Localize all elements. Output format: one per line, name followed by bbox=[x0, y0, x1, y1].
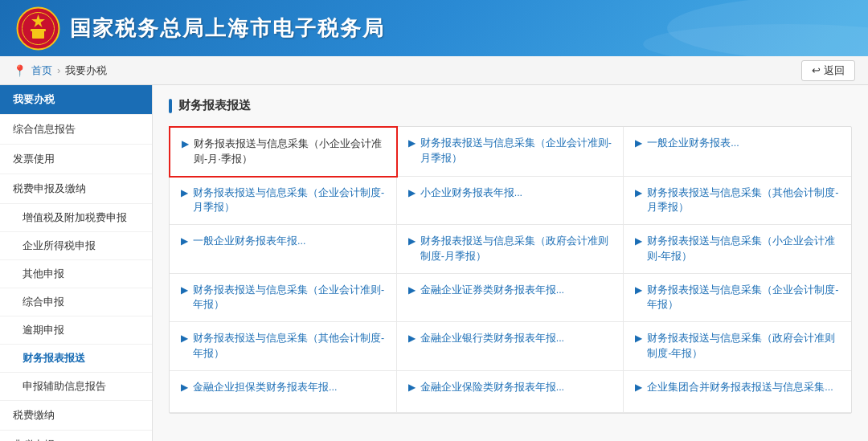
sidebar-item-woyaobansui[interactable]: 我要办税 bbox=[0, 85, 152, 115]
back-icon: ↩ bbox=[812, 64, 821, 76]
grid-item-12[interactable]: ▶ 财务报表报送与信息采集（企业会计制度-年报） bbox=[624, 274, 851, 323]
sidebar-label: 我要办税 bbox=[13, 93, 55, 105]
sidebar-item-qita[interactable]: 其他申报 bbox=[0, 260, 152, 288]
items-grid: ▶ 财务报表报送与信息采集（小企业会计准则-月·季报） ▶ 财务报表报送与信息采… bbox=[169, 126, 852, 414]
bullet-icon: ▶ bbox=[181, 187, 188, 198]
sidebar-item-feishui[interactable]: 非税申报 bbox=[0, 431, 152, 441]
sidebar-label: 综合申报 bbox=[23, 296, 64, 308]
grid-item-9[interactable]: ▶ 财务报表报送与信息采集（小企业会计准则-年报） bbox=[624, 225, 851, 274]
svg-rect-3 bbox=[32, 31, 44, 39]
bullet-icon: ▶ bbox=[182, 138, 189, 149]
national-emblem-icon bbox=[16, 6, 60, 51]
grid-item-text: 财务报表报送与信息采集（其他会计制度-年报） bbox=[193, 331, 385, 361]
sidebar-label: 企业所得税申报 bbox=[23, 239, 96, 251]
bullet-icon: ▶ bbox=[408, 382, 416, 393]
breadcrumb-current: 我要办税 bbox=[65, 63, 107, 78]
sidebar-item-guoqi[interactable]: 逾期申报 bbox=[0, 316, 152, 345]
bullet-icon: ▶ bbox=[181, 382, 188, 393]
grid-item-text: 一般企业财务报表... bbox=[647, 136, 739, 151]
grid-item-10[interactable]: ▶ 财务报表报送与信息采集（企业会计准则-年报） bbox=[170, 274, 397, 323]
grid-item-16[interactable]: ▶ 金融企业担保类财务报表年报... bbox=[170, 371, 397, 413]
grid-item-3[interactable]: ▶ 一般企业财务报表... bbox=[624, 127, 851, 177]
bullet-icon: ▶ bbox=[635, 137, 642, 149]
grid-item-text: 金融企业证券类财务报表年报... bbox=[420, 283, 564, 298]
grid-item-text: 财务报表报送与信息采集（政府会计准则制度-月季报） bbox=[420, 234, 612, 264]
header-decoration bbox=[547, 0, 868, 56]
bullet-icon: ▶ bbox=[635, 235, 642, 247]
main-container: 我要办税 综合信息报告 发票使用 税费申报及缴纳 增值税及附加税费申报 企业所得… bbox=[0, 85, 868, 441]
grid-item-text: 财务报表报送与信息采集（小企业会计准则-年报） bbox=[647, 234, 840, 264]
content-area: 财务报表报送 ▶ 财务报表报送与信息采集（小企业会计准则-月·季报） ▶ 财务报… bbox=[153, 85, 868, 441]
sidebar-label: 财务报表报送 bbox=[23, 352, 85, 364]
bullet-icon: ▶ bbox=[181, 235, 188, 247]
grid-item-text: 财务报表报送与信息采集（小企业会计准则-月·季报） bbox=[194, 137, 385, 167]
sidebar-item-zengjia[interactable]: 增值税及附加税费申报 bbox=[0, 204, 152, 232]
title-bar-decoration bbox=[169, 99, 172, 113]
breadcrumb: 📍 首页 › 我要办税 bbox=[13, 63, 107, 78]
grid-item-11[interactable]: ▶ 金融企业证券类财务报表年报... bbox=[397, 274, 624, 323]
bullet-icon: ▶ bbox=[181, 333, 188, 344]
sidebar-item-zhonghexinxi[interactable]: 综合信息报告 bbox=[0, 115, 152, 145]
breadcrumb-separator: › bbox=[57, 64, 60, 76]
grid-item-text: 财务报表报送与信息采集（企业会计制度-年报） bbox=[647, 283, 840, 313]
content-title-text: 财务报表报送 bbox=[178, 98, 251, 113]
content-title: 财务报表报送 bbox=[169, 98, 852, 113]
sidebar-label: 其他申报 bbox=[23, 267, 64, 280]
bullet-icon: ▶ bbox=[635, 333, 642, 344]
sidebar-item-shuifeijiaona[interactable]: 税费缴纳 bbox=[0, 401, 152, 431]
bullet-icon: ▶ bbox=[181, 284, 188, 296]
grid-item-4[interactable]: ▶ 财务报表报送与信息采集（企业会计制度-月季报） bbox=[170, 177, 397, 226]
grid-item-text: 财务报表报送与信息采集（政府会计准则制度-年报） bbox=[647, 331, 840, 361]
grid-item-text: 金融企业银行类财务报表年报... bbox=[420, 331, 564, 346]
bullet-icon: ▶ bbox=[635, 187, 642, 198]
grid-item-15[interactable]: ▶ 财务报表报送与信息采集（政府会计准则制度-年报） bbox=[624, 322, 851, 371]
bullet-icon: ▶ bbox=[408, 187, 416, 198]
bullet-icon: ▶ bbox=[408, 137, 416, 149]
sidebar-label: 税费申报及缴纳 bbox=[13, 182, 86, 194]
grid-item-text: 小企业财务报表年报... bbox=[420, 186, 522, 201]
location-icon: 📍 bbox=[13, 64, 27, 77]
grid-item-text: 财务报表报送与信息采集（其他会计制度-月季报） bbox=[647, 186, 840, 216]
back-label: 返回 bbox=[824, 63, 845, 78]
bullet-icon: ▶ bbox=[635, 284, 642, 296]
grid-item-5[interactable]: ▶ 小企业财务报表年报... bbox=[397, 177, 624, 226]
svg-rect-4 bbox=[31, 29, 46, 31]
sidebar: 我要办税 综合信息报告 发票使用 税费申报及缴纳 增值税及附加税费申报 企业所得… bbox=[0, 85, 153, 441]
sidebar-label: 综合信息报告 bbox=[13, 123, 76, 135]
sidebar-item-fashuiyongyong[interactable]: 发票使用 bbox=[0, 145, 152, 174]
sidebar-item-shenbaofuzhu[interactable]: 申报辅助信息报告 bbox=[0, 373, 152, 401]
grid-item-6[interactable]: ▶ 财务报表报送与信息采集（其他会计制度-月季报） bbox=[624, 177, 851, 226]
navbar: 📍 首页 › 我要办税 ↩ 返回 bbox=[0, 56, 868, 85]
back-button[interactable]: ↩ 返回 bbox=[801, 60, 855, 81]
grid-item-text: 财务报表报送与信息采集（企业会计准则-月季报） bbox=[420, 136, 612, 166]
grid-item-1[interactable]: ▶ 财务报表报送与信息采集（小企业会计准则-月·季报） bbox=[169, 126, 398, 178]
grid-item-14[interactable]: ▶ 金融企业银行类财务报表年报... bbox=[397, 322, 624, 371]
sidebar-label: 增值税及附加税费申报 bbox=[23, 211, 127, 223]
grid-item-17[interactable]: ▶ 金融企业保险类财务报表年报... bbox=[397, 371, 624, 413]
header-title: 国家税务总局上海市电子税务局 bbox=[70, 14, 385, 43]
grid-item-18[interactable]: ▶ 企业集团合并财务报表报送与信息采集... bbox=[624, 371, 851, 413]
sidebar-item-qiye[interactable]: 企业所得税申报 bbox=[0, 232, 152, 260]
breadcrumb-home[interactable]: 首页 bbox=[31, 63, 52, 78]
grid-item-8[interactable]: ▶ 财务报表报送与信息采集（政府会计准则制度-月季报） bbox=[397, 225, 624, 274]
bullet-icon: ▶ bbox=[635, 382, 642, 393]
sidebar-item-zonghe[interactable]: 综合申报 bbox=[0, 288, 152, 316]
grid-item-text: 金融企业保险类财务报表年报... bbox=[420, 380, 564, 395]
bullet-icon: ▶ bbox=[408, 235, 416, 247]
header: 国家税务总局上海市电子税务局 bbox=[0, 0, 868, 56]
grid-item-text: 财务报表报送与信息采集（企业会计制度-月季报） bbox=[193, 186, 385, 216]
grid-item-13[interactable]: ▶ 财务报表报送与信息采集（其他会计制度-年报） bbox=[170, 322, 397, 371]
grid-item-2[interactable]: ▶ 财务报表报送与信息采集（企业会计准则-月季报） bbox=[397, 127, 624, 177]
grid-item-7[interactable]: ▶ 一般企业财务报表年报... bbox=[170, 225, 397, 274]
grid-item-text: 财务报表报送与信息采集（企业会计准则-年报） bbox=[193, 283, 385, 313]
sidebar-item-shuifei[interactable]: 税费申报及缴纳 bbox=[0, 174, 152, 204]
sidebar-label: 税费缴纳 bbox=[13, 409, 55, 421]
sidebar-label: 发票使用 bbox=[13, 153, 55, 165]
bullet-icon: ▶ bbox=[408, 284, 416, 296]
sidebar-label: 申报辅助信息报告 bbox=[23, 380, 106, 392]
grid-item-text: 一般企业财务报表年报... bbox=[193, 234, 305, 249]
sidebar-item-caiwubiao[interactable]: 财务报表报送 bbox=[0, 345, 152, 373]
bullet-icon: ▶ bbox=[408, 333, 416, 344]
grid-item-text: 企业集团合并财务报表报送与信息采集... bbox=[647, 380, 833, 395]
grid-item-text: 金融企业担保类财务报表年报... bbox=[193, 380, 337, 395]
